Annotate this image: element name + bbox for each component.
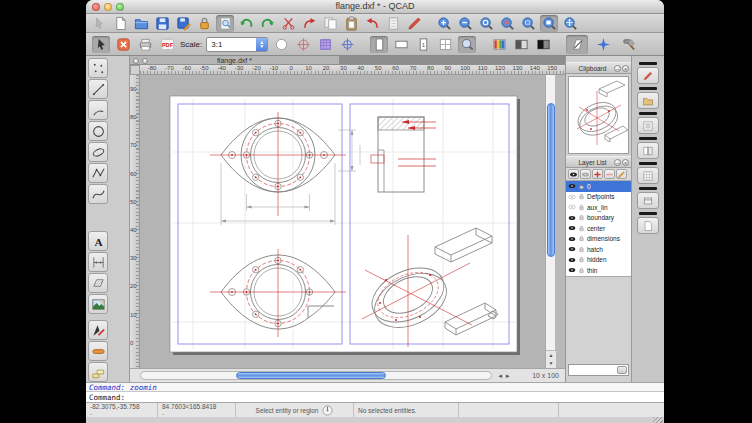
gradient-dark-button[interactable] (534, 36, 552, 53)
trim-button[interactable] (88, 341, 108, 361)
edit-layer-button[interactable] (616, 169, 627, 179)
dock-folder-grab-handle[interactable] (639, 87, 657, 90)
scale-stepper-icon[interactable]: ▲▼ (256, 38, 267, 51)
lock-small-icon[interactable] (578, 214, 585, 221)
eye-on-icon[interactable] (568, 235, 576, 243)
layer-list-close-icon[interactable]: × (622, 159, 629, 166)
undo-button[interactable] (237, 15, 255, 32)
layer-filter-button[interactable] (617, 366, 627, 374)
dock-list-grab-handle[interactable] (639, 112, 657, 115)
gradient-light-button[interactable] (512, 36, 530, 53)
ellipse-button[interactable] (88, 142, 108, 162)
image-button[interactable] (88, 294, 108, 314)
dev-tools-button[interactable] (618, 35, 640, 54)
lock-small-icon[interactable] (578, 256, 585, 263)
point-button[interactable] (88, 58, 108, 78)
layer-list-float-icon[interactable]: – (614, 159, 621, 166)
hatch-display-button[interactable] (316, 36, 334, 53)
new-file-button[interactable] (111, 15, 129, 32)
restrict-nothing-button[interactable] (566, 35, 588, 54)
eye-on-icon[interactable] (568, 182, 576, 190)
lock-small-icon[interactable] (578, 193, 585, 200)
eye-on-icon[interactable] (568, 256, 576, 264)
layer-row-center[interactable]: center (566, 223, 631, 234)
cut-button[interactable] (279, 15, 297, 32)
spline-button[interactable] (88, 184, 108, 204)
layer-filter-input[interactable] (568, 364, 629, 376)
page-landscape-button[interactable] (392, 36, 410, 53)
zoom-redraw-button[interactable] (477, 15, 495, 32)
open-file-button[interactable] (132, 15, 150, 32)
redo-button[interactable] (258, 15, 276, 32)
color-palette-button[interactable] (490, 36, 508, 53)
save-as-button[interactable] (174, 15, 192, 32)
layer-row-hidden[interactable]: hidden (566, 255, 631, 266)
vertical-scrollbar-arrows[interactable]: ▲▼ (546, 350, 556, 368)
layer-row-dimensions[interactable]: dimensions (566, 234, 631, 245)
arc-button[interactable] (88, 100, 108, 120)
layer-row-boundary[interactable]: boundary (566, 213, 631, 224)
text-button[interactable]: A (88, 231, 108, 251)
resize-grip[interactable] (653, 417, 663, 423)
lock-small-icon[interactable] (578, 183, 585, 190)
layer-row-Defpoints[interactable]: Defpoints (566, 192, 631, 203)
eye-on-icon[interactable] (568, 245, 576, 253)
lock-small-icon[interactable] (578, 225, 585, 232)
dock-columns-grab-handle[interactable] (639, 137, 657, 140)
horizontal-scrollbar-arrows[interactable]: ◄ ► (492, 373, 516, 379)
dock-box-button[interactable] (637, 192, 659, 209)
layer-row-0[interactable]: 0 (566, 181, 631, 192)
pages-grid-button[interactable] (436, 36, 454, 53)
layer-row-aux_lin[interactable]: aux_lin (566, 202, 631, 213)
rotate-button[interactable] (363, 15, 381, 32)
eye-on-icon[interactable] (568, 224, 576, 232)
snap-center-button[interactable] (338, 36, 356, 53)
lock-small-icon[interactable] (578, 235, 585, 242)
vertical-scrollbar-thumb[interactable] (547, 103, 555, 257)
dock-page-grab-handle[interactable] (639, 212, 657, 215)
clipboard-float-icon[interactable]: – (614, 65, 621, 72)
zoom-previous-button[interactable] (498, 15, 516, 32)
zoom-view-button[interactable] (519, 15, 537, 32)
horizontal-scrollbar[interactable] (140, 371, 492, 380)
copy-button[interactable] (321, 15, 339, 32)
remove-layer-button[interactable] (604, 169, 615, 179)
drawing-viewport[interactable] (140, 75, 545, 368)
dimension-button[interactable] (88, 252, 108, 272)
horizontal-scrollbar-thumb[interactable] (236, 372, 386, 379)
eye-off-icon[interactable] (568, 193, 576, 201)
save-button[interactable] (153, 15, 171, 32)
layer-row-hatch[interactable]: hatch (566, 244, 631, 255)
dock-list-button[interactable] (637, 117, 659, 134)
command-input[interactable]: Command: (86, 391, 664, 402)
zoom-out-button[interactable] (456, 15, 474, 32)
duplicate-button[interactable] (384, 15, 402, 32)
dock-box-grab-handle[interactable] (639, 187, 657, 190)
paste-button[interactable] (342, 15, 360, 32)
close-print-preview-button[interactable] (114, 36, 132, 53)
zoom-pan-button[interactable] (561, 15, 579, 32)
layer-list-panel-header[interactable]: Layer List – × (566, 156, 631, 168)
lock-button[interactable] (195, 15, 213, 32)
line-button[interactable] (88, 79, 108, 99)
vertical-scrollbar[interactable]: ▲▼ (545, 75, 555, 368)
property-editor-button[interactable] (405, 15, 423, 32)
dock-grid-grab-handle[interactable] (639, 162, 657, 165)
hatch-button[interactable] (88, 273, 108, 293)
lock-small-icon[interactable] (578, 204, 585, 211)
print-preview-button[interactable] (216, 15, 234, 32)
polyline-button[interactable] (88, 163, 108, 183)
title-bar[interactable]: flange.dxf * - QCAD (86, 0, 664, 14)
zoom-window-button[interactable] (540, 15, 558, 32)
clipboard-close-icon[interactable]: × (622, 65, 629, 72)
dock-folder-button[interactable] (637, 92, 659, 109)
app-pointer-button[interactable] (90, 15, 108, 32)
eye-on-icon[interactable] (568, 266, 576, 274)
pdf-export-button[interactable]: PDF (158, 36, 176, 53)
dock-pencil-button[interactable] (637, 67, 659, 84)
dock-pencil-grab-handle[interactable] (639, 62, 657, 65)
print-button[interactable] (136, 36, 154, 53)
explode-button[interactable] (88, 362, 108, 382)
modify-button[interactable] (88, 320, 108, 340)
hide-all-layers-button[interactable] (580, 169, 591, 179)
